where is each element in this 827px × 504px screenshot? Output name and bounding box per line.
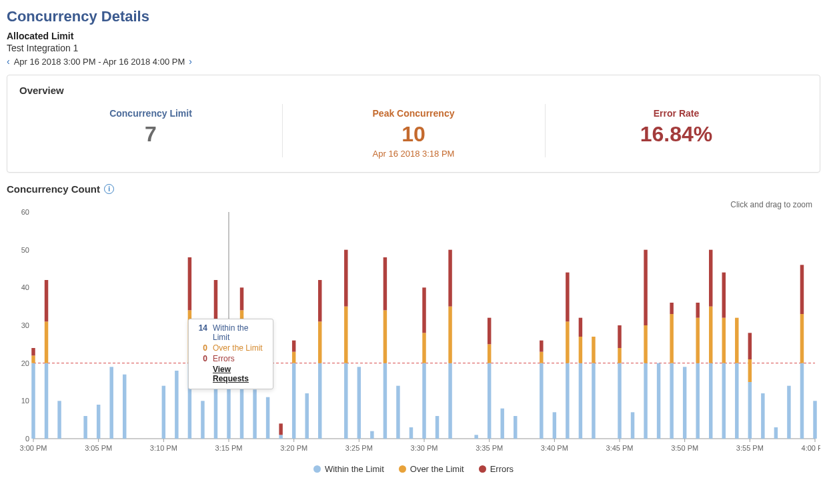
legend-errors[interactable]: Errors: [479, 464, 514, 474]
svg-rect-91: [488, 318, 491, 345]
chevron-right-icon[interactable]: ›: [189, 56, 192, 67]
tooltip-within-num: 14: [194, 323, 207, 342]
date-range-nav: ‹ Apr 16 2018 3:00 PM - Apr 16 2018 4:00…: [7, 56, 820, 67]
tooltip-err-label: Errors: [213, 354, 235, 363]
svg-rect-133: [774, 427, 778, 439]
svg-rect-137: [800, 265, 804, 315]
svg-rect-103: [579, 318, 582, 337]
svg-rect-61: [266, 397, 269, 439]
svg-rect-100: [566, 273, 569, 322]
svg-rect-112: [644, 250, 647, 325]
error-rate-value: 16.84%: [545, 123, 808, 146]
legend-over[interactable]: Over the Limit: [399, 464, 464, 474]
svg-rect-67: [305, 393, 308, 439]
allocated-limit-label: Allocated Limit: [7, 31, 820, 41]
svg-rect-64: [292, 363, 295, 439]
page-title: Concurrency Details: [7, 8, 820, 25]
svg-rect-95: [540, 352, 543, 363]
svg-text:3:00 PM: 3:00 PM: [20, 444, 47, 452]
svg-rect-101: [579, 363, 582, 439]
chart-container: Click and drag to zoom 01020304050603:00…: [7, 200, 820, 474]
svg-text:30: 30: [21, 321, 29, 329]
svg-text:40: 40: [21, 284, 29, 292]
svg-rect-135: [800, 363, 804, 439]
svg-rect-120: [696, 303, 699, 318]
date-range-text: Apr 16 2018 3:00 PM - Apr 16 2018 4:00 P…: [14, 57, 185, 67]
svg-rect-116: [670, 303, 673, 314]
svg-rect-81: [422, 363, 426, 439]
concurrency-limit-label: Concurrency Limit: [19, 108, 282, 119]
peak-concurrency-label: Peak Concurrency: [282, 108, 545, 119]
svg-rect-43: [83, 416, 87, 439]
svg-rect-42: [57, 401, 61, 439]
svg-rect-74: [357, 367, 361, 439]
svg-rect-44: [97, 405, 100, 439]
svg-rect-117: [683, 367, 686, 439]
svg-text:3:55 PM: 3:55 PM: [736, 444, 764, 452]
svg-rect-85: [448, 363, 452, 439]
svg-rect-38: [31, 348, 35, 355]
svg-rect-124: [722, 363, 726, 439]
svg-rect-73: [344, 250, 347, 307]
tooltip-err-num: 0: [194, 354, 207, 363]
chart-legend: Within the Limit Over the Limit Errors: [13, 464, 814, 474]
concurrency-chart[interactable]: 01020304050603:00 PM3:05 PM3:10 PM3:15 P…: [13, 204, 820, 457]
svg-rect-52: [201, 401, 204, 439]
tooltip-within-label: Within the Limit: [213, 323, 267, 342]
svg-text:20: 20: [21, 359, 29, 367]
svg-text:3:10 PM: 3:10 PM: [150, 444, 177, 452]
svg-text:60: 60: [21, 208, 29, 216]
svg-rect-48: [175, 371, 178, 439]
svg-rect-88: [474, 435, 478, 439]
svg-rect-122: [709, 307, 712, 363]
svg-rect-82: [422, 333, 426, 363]
svg-text:10: 10: [21, 397, 29, 405]
svg-rect-92: [500, 409, 504, 439]
svg-rect-131: [748, 333, 752, 360]
info-icon[interactable]: i: [104, 184, 114, 194]
svg-rect-113: [657, 363, 660, 439]
svg-text:3:40 PM: 3:40 PM: [541, 444, 568, 452]
overview-error-rate: Error Rate 16.84%: [545, 108, 808, 146]
svg-rect-121: [709, 363, 712, 439]
concurrency-limit-value: 7: [19, 123, 282, 146]
tooltip-over-num: 0: [194, 343, 207, 353]
chevron-left-icon[interactable]: ‹: [7, 56, 10, 67]
svg-rect-46: [123, 375, 126, 439]
svg-rect-77: [383, 311, 387, 363]
svg-rect-45: [109, 367, 113, 439]
swatch-within-icon: [313, 465, 321, 473]
svg-rect-136: [800, 314, 804, 363]
section-title: Concurrency Count: [7, 183, 100, 195]
svg-text:3:15 PM: 3:15 PM: [215, 444, 243, 452]
svg-rect-97: [553, 413, 556, 439]
svg-rect-114: [670, 363, 673, 439]
svg-rect-39: [45, 363, 48, 439]
svg-text:3:45 PM: 3:45 PM: [606, 444, 634, 452]
svg-rect-129: [748, 382, 752, 439]
svg-rect-84: [436, 416, 439, 439]
svg-text:50: 50: [21, 246, 29, 254]
svg-rect-106: [618, 363, 621, 439]
svg-rect-130: [748, 359, 752, 382]
svg-rect-125: [722, 318, 726, 363]
svg-rect-37: [31, 356, 35, 363]
svg-rect-127: [735, 363, 738, 439]
svg-rect-78: [383, 257, 387, 310]
legend-within[interactable]: Within the Limit: [313, 464, 384, 474]
overview-card: Overview Concurrency Limit 7 Peak Concur…: [7, 75, 820, 173]
svg-rect-62: [279, 435, 282, 439]
svg-text:3:30 PM: 3:30 PM: [411, 444, 438, 452]
svg-rect-123: [709, 250, 712, 307]
svg-text:3:25 PM: 3:25 PM: [345, 444, 373, 452]
svg-rect-79: [396, 386, 399, 439]
svg-rect-107: [618, 348, 621, 363]
svg-rect-69: [318, 322, 321, 363]
svg-rect-138: [813, 401, 816, 439]
svg-rect-87: [448, 250, 452, 307]
tooltip-view-requests-link[interactable]: View Requests: [213, 365, 267, 383]
svg-rect-96: [540, 341, 543, 352]
svg-rect-72: [344, 307, 347, 363]
svg-rect-126: [722, 273, 726, 318]
svg-rect-89: [488, 363, 491, 439]
